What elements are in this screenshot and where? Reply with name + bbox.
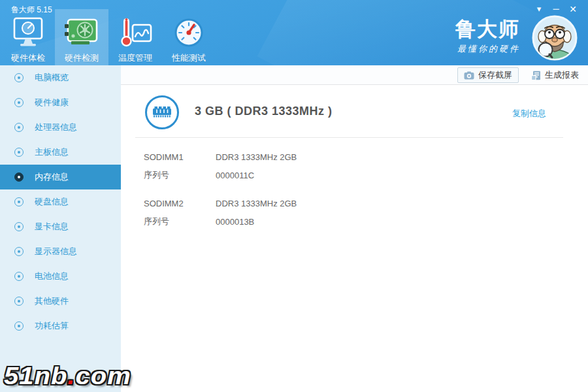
radio-selected-icon bbox=[14, 172, 24, 182]
sidebar-item-label: 电池信息 bbox=[35, 270, 69, 282]
brand-slogan: 最懂你的硬件 bbox=[455, 43, 520, 55]
watermark-suffix: com bbox=[75, 363, 131, 389]
sidebar-item-label: 硬件健康 bbox=[35, 97, 69, 108]
row-value: 0000011C bbox=[216, 171, 254, 180]
radio-icon bbox=[14, 98, 24, 107]
sidebar-item-other-hardware[interactable]: 其他硬件 bbox=[0, 289, 121, 314]
tab-label: 性能测试 bbox=[172, 52, 206, 64]
radio-icon bbox=[14, 148, 24, 157]
row-label: SODIMM2 bbox=[144, 199, 216, 208]
window-controls: ▾ ─ ✕ bbox=[531, 3, 581, 16]
memory-info-panel: 3 GB ( DDR3 1333MHz ) 复制信息 SODIMM1 DDR3 … bbox=[121, 85, 588, 392]
sidebar-item-label: 其他硬件 bbox=[35, 295, 69, 307]
row-value: 0000013B bbox=[216, 217, 254, 227]
sidebar-item-power-estimate[interactable]: 功耗估算 bbox=[0, 314, 121, 338]
sidebar: 电脑概览 硬件健康 处理器信息 主板信息 内存信息 硬盘信息 显卡信息 显示器信… bbox=[0, 65, 121, 392]
window-title: 鲁大师 5.15 bbox=[11, 5, 52, 16]
sidebar-item-label: 主板信息 bbox=[35, 146, 69, 158]
gpu-card-icon bbox=[63, 17, 100, 48]
row-label: 序列号 bbox=[144, 216, 216, 227]
sidebar-item-label: 处理器信息 bbox=[35, 122, 77, 133]
sidebar-item-gpu-info[interactable]: 显卡信息 bbox=[0, 214, 121, 239]
thermometer-chart-icon bbox=[117, 17, 154, 48]
radio-icon bbox=[14, 297, 24, 306]
row-label: 序列号 bbox=[144, 169, 216, 181]
sidebar-item-label: 显卡信息 bbox=[35, 221, 69, 233]
close-icon[interactable]: ✕ bbox=[564, 3, 581, 16]
tab-label: 硬件体检 bbox=[11, 52, 45, 64]
save-screenshot-label: 保存截屏 bbox=[478, 69, 512, 81]
tab-label: 硬件检测 bbox=[65, 52, 99, 64]
watermark-dot: . bbox=[67, 363, 75, 389]
monitor-gauge-icon bbox=[10, 17, 46, 48]
report-icon bbox=[531, 71, 541, 80]
sidebar-item-display-info[interactable]: 显示器信息 bbox=[0, 239, 121, 264]
radio-icon bbox=[14, 197, 24, 206]
title-bar: 鲁大师 5.15 ▾ ─ ✕ 硬件体检 bbox=[0, 0, 588, 65]
memory-detail-rows: SODIMM1 DDR3 1333MHz 2GB 序列号 0000011C SO… bbox=[144, 148, 568, 231]
brand-name: 鲁大师 bbox=[455, 18, 520, 41]
tab-hardware-checkup[interactable]: 硬件体检 bbox=[1, 9, 55, 65]
radio-icon bbox=[14, 123, 24, 132]
radio-icon bbox=[14, 272, 24, 281]
menu-dropdown-icon[interactable]: ▾ bbox=[531, 3, 547, 16]
sidebar-item-cpu-info[interactable]: 处理器信息 bbox=[0, 115, 121, 140]
sidebar-item-battery-info[interactable]: 电池信息 bbox=[0, 264, 121, 289]
watermark-prefix: 51nb bbox=[4, 363, 67, 389]
row-label: SODIMM1 bbox=[144, 152, 216, 162]
table-row: 序列号 0000011C bbox=[144, 166, 568, 184]
action-bar: 保存截屏 生成报表 bbox=[121, 65, 588, 85]
row-value: DDR3 1333MHz 2GB bbox=[216, 199, 297, 208]
divider bbox=[135, 137, 563, 138]
generate-report-label: 生成报表 bbox=[545, 69, 579, 81]
radio-icon bbox=[14, 73, 24, 82]
51nb-watermark: 51nb.com bbox=[4, 363, 131, 389]
mascot-avatar[interactable] bbox=[532, 15, 578, 61]
camera-icon bbox=[464, 71, 474, 80]
table-row: SODIMM1 DDR3 1333MHz 2GB bbox=[144, 148, 568, 166]
sidebar-item-motherboard-info[interactable]: 主板信息 bbox=[0, 140, 121, 165]
sidebar-item-label: 功耗估算 bbox=[35, 320, 69, 332]
memory-summary: 3 GB ( DDR3 1333MHz ) bbox=[195, 105, 333, 118]
sidebar-item-label: 电脑概览 bbox=[35, 72, 69, 84]
brand-logo: 鲁大师 最懂你的硬件 bbox=[455, 18, 520, 55]
sidebar-item-label: 内存信息 bbox=[35, 171, 69, 183]
tab-hardware-detect[interactable]: 硬件检测 bbox=[55, 9, 108, 65]
generate-report-button[interactable]: 生成报表 bbox=[529, 67, 581, 83]
table-row: 序列号 0000013B bbox=[144, 212, 568, 231]
sidebar-item-label: 硬盘信息 bbox=[35, 196, 69, 208]
speedometer-icon bbox=[171, 17, 207, 48]
row-value: DDR3 1333MHz 2GB bbox=[216, 152, 297, 162]
main-nav-tabs: 硬件体检 硬件检测 bbox=[1, 9, 216, 65]
radio-icon bbox=[14, 321, 24, 331]
radio-icon bbox=[14, 222, 24, 231]
ram-circle-icon bbox=[144, 95, 180, 130]
sidebar-item-memory-info[interactable]: 内存信息 bbox=[0, 165, 121, 189]
tab-temperature[interactable]: 温度管理 bbox=[108, 9, 162, 65]
sidebar-item-disk-info[interactable]: 硬盘信息 bbox=[0, 189, 121, 214]
sidebar-item-hardware-health[interactable]: 硬件健康 bbox=[0, 90, 121, 115]
minimize-icon[interactable]: ─ bbox=[547, 3, 564, 16]
tab-label: 温度管理 bbox=[118, 52, 152, 64]
sidebar-item-label: 显示器信息 bbox=[35, 246, 77, 257]
tab-benchmark[interactable]: 性能测试 bbox=[162, 9, 216, 65]
save-screenshot-button[interactable]: 保存截屏 bbox=[457, 67, 519, 83]
copy-info-link[interactable]: 复制信息 bbox=[512, 108, 546, 120]
table-row: SODIMM2 DDR3 1333MHz 2GB bbox=[144, 194, 568, 212]
radio-icon bbox=[14, 247, 24, 256]
sidebar-item-computer-overview[interactable]: 电脑概览 bbox=[0, 65, 121, 90]
